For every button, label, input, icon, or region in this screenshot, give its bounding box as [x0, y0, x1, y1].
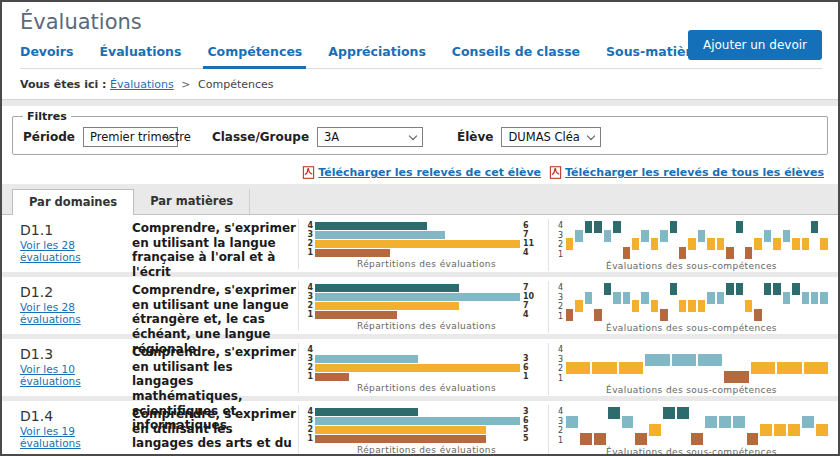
- axis-tick-label: 4: [555, 221, 563, 231]
- sous-competence-block: [566, 416, 578, 428]
- bar: [315, 293, 520, 301]
- sous-competence-block: [613, 221, 620, 233]
- bar-value: 5: [523, 425, 529, 434]
- nav-item-evaluations[interactable]: Évaluations: [99, 44, 181, 59]
- bar-level-label: 4: [305, 407, 313, 416]
- periode-select[interactable]: Premier trimestre: [83, 127, 178, 147]
- see-evaluations-link[interactable]: Voir les 10 évaluations: [20, 363, 132, 387]
- bar-track: [315, 355, 520, 363]
- download-this-student-link[interactable]: Télécharger les relevés de cet élève: [318, 166, 541, 179]
- bar-line: 37: [305, 230, 548, 239]
- sous-competence-block: [585, 292, 592, 304]
- mini-chart-wrap: 4321: [555, 407, 828, 445]
- repartition-caption: Répartitions des évaluations: [305, 445, 548, 455]
- nav-item-competences[interactable]: Compétences: [207, 44, 302, 59]
- sous-competence-block: [688, 238, 695, 250]
- bar: [315, 408, 418, 416]
- mini-chart-axis: 4321: [555, 345, 563, 383]
- sous-competence-block: [783, 292, 790, 304]
- bar: [315, 231, 445, 239]
- bar-level-label: 1: [305, 434, 313, 443]
- bar-track: [315, 346, 520, 354]
- bar-line: 11: [305, 372, 548, 381]
- bar: [315, 240, 520, 248]
- domain-code: D1.1: [20, 222, 132, 238]
- bar-line: 14: [305, 248, 548, 257]
- bar-level-label: 2: [305, 239, 313, 248]
- sous-competence-block: [575, 230, 582, 242]
- sous-competence-block: [802, 416, 814, 428]
- sous-competence-block: [707, 238, 714, 250]
- nav-item-appreciations[interactable]: Appréciations: [328, 44, 426, 59]
- domains-list: D1.1Voir les 28 évaluationsComprendre, s…: [2, 215, 838, 456]
- sous-competence-block: [651, 300, 658, 312]
- add-devoir-button[interactable]: Ajouter un devoir: [688, 30, 822, 60]
- sous-competence-block: [575, 300, 582, 312]
- breadcrumb-link-evaluations[interactable]: Évaluations: [110, 78, 174, 91]
- sous-competence-block: [594, 433, 606, 445]
- breadcrumb-prefix: Vous êtes ici :: [20, 78, 107, 91]
- bar-line: 33: [305, 354, 548, 363]
- bar-track: [315, 417, 520, 425]
- bar-level-label: 2: [305, 363, 313, 372]
- bar-line: 15: [305, 434, 548, 443]
- sous-competence-block: [672, 354, 696, 366]
- classe-select[interactable]: 3A: [317, 127, 423, 147]
- sous-competence-block: [820, 292, 827, 304]
- repartition-chart: 473102714Répartitions des évaluations: [298, 281, 548, 331]
- bar-line: 47: [305, 283, 548, 292]
- see-evaluations-link[interactable]: Voir les 19 évaluations: [20, 425, 132, 449]
- sous-competence-block: [660, 309, 667, 321]
- sous-competence-block: [623, 292, 630, 304]
- bar-value: 6: [523, 221, 529, 230]
- bar-track: [315, 426, 520, 434]
- sous-competence-block: [777, 362, 801, 374]
- nav-item-devoirs[interactable]: Devoirs: [20, 44, 73, 59]
- sous-competence-block: [754, 309, 761, 321]
- breadcrumb-separator: >: [181, 78, 190, 91]
- download-all-students-link[interactable]: Télécharger les relevés de tous les élèv…: [565, 166, 824, 179]
- bar-level-label: 3: [305, 354, 313, 363]
- repartition-chart: 4332611Répartitions des évaluations: [298, 343, 548, 393]
- see-evaluations-link[interactable]: Voir les 28 évaluations: [20, 239, 132, 263]
- bar-level-label: 1: [305, 248, 313, 257]
- mini-blocks: [566, 221, 828, 259]
- see-evaluations-link[interactable]: Voir les 28 évaluations: [20, 301, 132, 325]
- tab-par-domaines[interactable]: Par domaines: [12, 189, 134, 215]
- tab-par-matieres[interactable]: Par matières: [134, 189, 250, 214]
- sous-competence-block: [592, 362, 616, 374]
- axis-tick-label: 3: [555, 293, 563, 303]
- sous-competence-block: [764, 283, 771, 295]
- sous-competences-caption: Évaluations des sous-compétences: [555, 385, 828, 395]
- bar: [315, 417, 520, 425]
- eleve-select[interactable]: DUMAS Cléa: [501, 127, 601, 147]
- eleve-label: Élève: [457, 130, 493, 144]
- sous-competence-block: [663, 407, 675, 419]
- bar: [315, 222, 427, 230]
- sous-competence-block: [736, 283, 743, 295]
- filters-legend: Filtres: [23, 110, 71, 123]
- bar-line: 36: [305, 416, 548, 425]
- bar-value: 5: [523, 434, 529, 443]
- nav-item-conseils[interactable]: Conseils de classe: [452, 44, 580, 59]
- header: Évaluations Devoirs Évaluations Compéten…: [2, 2, 838, 69]
- axis-tick-label: 3: [555, 355, 563, 365]
- bar-level-label: 4: [305, 221, 313, 230]
- bar-track: [315, 222, 520, 230]
- domain-description: Comprendre, s'exprimer en utilisant la l…: [132, 219, 298, 280]
- sous-competence-block: [754, 238, 761, 250]
- sous-competence-block: [724, 371, 748, 383]
- sous-competence-block: [747, 433, 759, 445]
- domain-code-cell: D1.1Voir les 28 évaluations: [20, 219, 132, 265]
- sous-competence-block: [670, 283, 677, 295]
- bar-track: [315, 364, 520, 372]
- sous-competence-block: [622, 416, 634, 428]
- sous-competence-block: [816, 424, 828, 436]
- bar-value: 4: [523, 310, 529, 319]
- domain-code: D1.4: [20, 408, 132, 424]
- bar-value: 7: [523, 230, 529, 239]
- bar-track: [315, 293, 520, 301]
- breadcrumb: Vous êtes ici : Évaluations > Compétence…: [2, 69, 838, 100]
- sous-competence-block: [719, 416, 731, 428]
- mini-chart-wrap: 4321: [555, 221, 828, 259]
